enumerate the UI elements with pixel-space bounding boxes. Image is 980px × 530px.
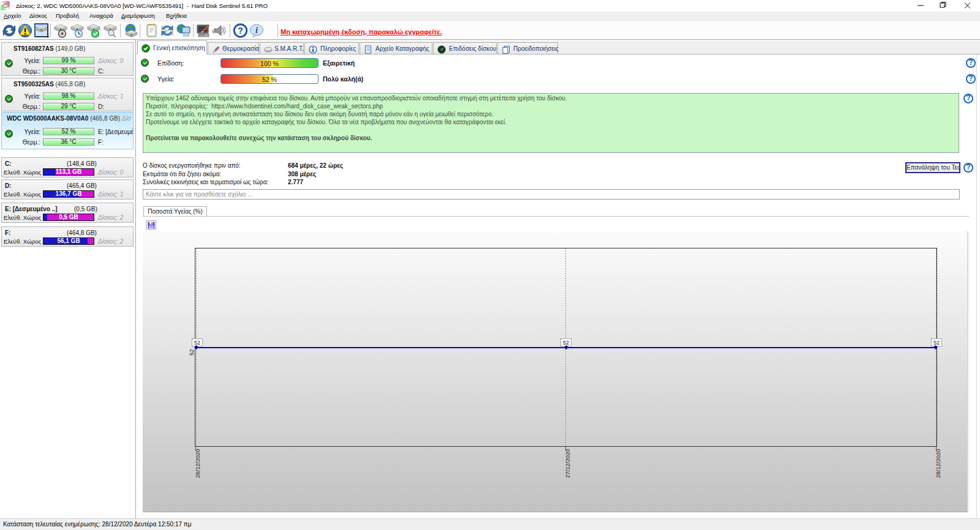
svg-text:i: i [255,26,258,35]
svg-text:?: ? [238,26,243,35]
